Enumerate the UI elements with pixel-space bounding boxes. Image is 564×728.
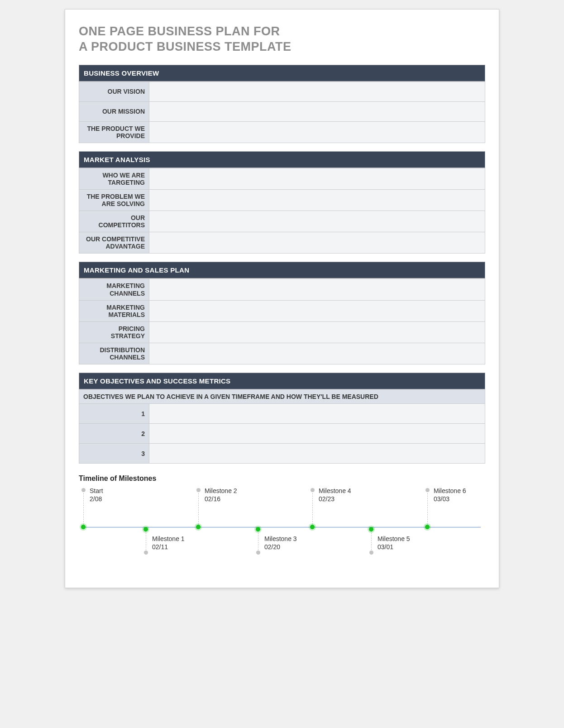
milestone-date: 02/16 [205,495,237,503]
label-pricing-strategy: PRICING STRATEGY [79,321,149,343]
row-product: THE PRODUCT WE PROVIDE [79,121,485,143]
milestone-axis-dot-icon [425,525,430,529]
milestone-stem [427,491,428,527]
milestone-date: 03/03 [434,495,466,503]
timeline-axis [83,527,481,527]
title-line-2: A PRODUCT BUSINESS TEMPLATE [79,40,292,53]
timeline-heading: Timeline of Milestones [79,474,485,483]
milestone-date: 02/23 [319,495,351,503]
value-objective-2[interactable] [149,424,485,444]
label-target: WHO WE ARE TARGETING [79,168,149,189]
value-objective-1[interactable] [149,404,485,424]
milestone-axis-dot-icon [143,527,148,532]
milestone-stem [198,491,199,527]
milestone-label: Milestone 503/01 [378,535,410,551]
row-objective-3: 3 [79,444,485,464]
value-target[interactable] [149,168,485,189]
row-problem: THE PROBLEM WE ARE SOLVING [79,189,485,211]
milestone-date: 2/08 [90,495,103,503]
milestone-name: Milestone 1 [152,535,185,543]
label-problem: THE PROBLEM WE ARE SOLVING [79,189,149,211]
overview-table: OUR VISION OUR MISSION THE PRODUCT WE PR… [79,81,485,143]
milestone-label: Milestone 102/11 [152,535,185,551]
milestone-date: 03/01 [378,543,410,551]
milestone-name: Milestone 4 [319,487,351,495]
label-mission: OUR MISSION [79,101,149,121]
row-marketing-materials: MARKETING MATERIALS [79,300,485,321]
label-competitors: OUR COMPETITORS [79,211,149,232]
objectives-subheader-row: OBJECTIVES WE PLAN TO ACHIEVE IN A GIVEN… [79,390,485,404]
label-objective-3: 3 [79,444,149,464]
milestone-date: 02/11 [152,543,185,551]
milestone-name: Start [90,487,103,495]
value-competitors[interactable] [149,211,485,232]
milestone-name: Milestone 5 [378,535,410,543]
section-market-analysis: MARKET ANALYSIS WHO WE ARE TARGETING THE… [79,151,485,254]
value-problem[interactable] [149,189,485,211]
label-advantage: OUR COMPETITIVE ADVANTAGE [79,232,149,254]
milestone-label: Milestone 202/16 [205,487,237,503]
value-marketing-materials[interactable] [149,300,485,321]
row-objective-2: 2 [79,424,485,444]
milestone-date: 02/20 [264,543,297,551]
label-product: THE PRODUCT WE PROVIDE [79,121,149,143]
row-objective-1: 1 [79,404,485,424]
milestone-axis-dot-icon [196,525,201,529]
milestone-stem [83,491,84,527]
value-distribution-channels[interactable] [149,343,485,364]
label-objective-1: 1 [79,404,149,424]
section-header-overview: BUSINESS OVERVIEW [79,65,485,81]
row-competitors: OUR COMPETITORS [79,211,485,232]
timeline-chart: Start2/08Milestone 102/11Milestone 202/1… [79,488,485,565]
milestone-stem [371,531,372,552]
label-objective-2: 2 [79,424,149,444]
value-objective-3[interactable] [149,444,485,464]
label-marketing-materials: MARKETING MATERIALS [79,300,149,321]
market-table: WHO WE ARE TARGETING THE PROBLEM WE ARE … [79,168,485,254]
row-target: WHO WE ARE TARGETING [79,168,485,189]
row-marketing-channels: MARKETING CHANNELS [79,279,485,300]
milestone-stem [258,531,258,552]
milestone-axis-dot-icon [81,525,86,529]
label-vision: OUR VISION [79,81,149,101]
milestone-name: Milestone 3 [264,535,297,543]
milestone-name: Milestone 2 [205,487,237,495]
label-marketing-channels: MARKETING CHANNELS [79,279,149,300]
value-vision[interactable] [149,81,485,101]
milestone-label: Start2/08 [90,487,103,503]
value-mission[interactable] [149,101,485,121]
row-advantage: OUR COMPETITIVE ADVANTAGE [79,232,485,254]
page-title: ONE PAGE BUSINESS PLAN FOR A PRODUCT BUS… [79,24,485,55]
objectives-table: OBJECTIVES WE PLAN TO ACHIEVE IN A GIVEN… [79,389,485,464]
section-objectives: KEY OBJECTIVES AND SUCCESS METRICS OBJEC… [79,373,485,464]
value-marketing-channels[interactable] [149,279,485,300]
milestone-axis-dot-icon [369,527,373,532]
milestone-label: Milestone 402/23 [319,487,351,503]
milestone-axis-dot-icon [256,527,260,532]
label-distribution-channels: DISTRIBUTION CHANNELS [79,343,149,364]
row-distribution-channels: DISTRIBUTION CHANNELS [79,343,485,364]
objectives-subheader: OBJECTIVES WE PLAN TO ACHIEVE IN A GIVEN… [79,390,485,404]
row-mission: OUR MISSION [79,101,485,121]
section-header-objectives: KEY OBJECTIVES AND SUCCESS METRICS [79,373,485,389]
section-header-marketing: MARKETING AND SALES PLAN [79,262,485,278]
marketing-table: MARKETING CHANNELS MARKETING MATERIALS P… [79,278,485,364]
section-marketing-sales: MARKETING AND SALES PLAN MARKETING CHANN… [79,262,485,364]
value-product[interactable] [149,121,485,143]
row-vision: OUR VISION [79,81,485,101]
milestone-stem [146,531,146,552]
milestone-name: Milestone 6 [434,487,466,495]
milestone-label: Milestone 302/20 [264,535,297,551]
value-pricing-strategy[interactable] [149,321,485,343]
milestone-label: Milestone 603/03 [434,487,466,503]
section-header-market: MARKET ANALYSIS [79,151,485,168]
document-page: ONE PAGE BUSINESS PLAN FOR A PRODUCT BUS… [65,9,499,588]
value-advantage[interactable] [149,232,485,254]
section-business-overview: BUSINESS OVERVIEW OUR VISION OUR MISSION… [79,65,485,143]
milestone-axis-dot-icon [310,525,315,529]
title-line-1: ONE PAGE BUSINESS PLAN FOR [79,24,280,38]
row-pricing-strategy: PRICING STRATEGY [79,321,485,343]
milestone-stem [312,491,313,527]
